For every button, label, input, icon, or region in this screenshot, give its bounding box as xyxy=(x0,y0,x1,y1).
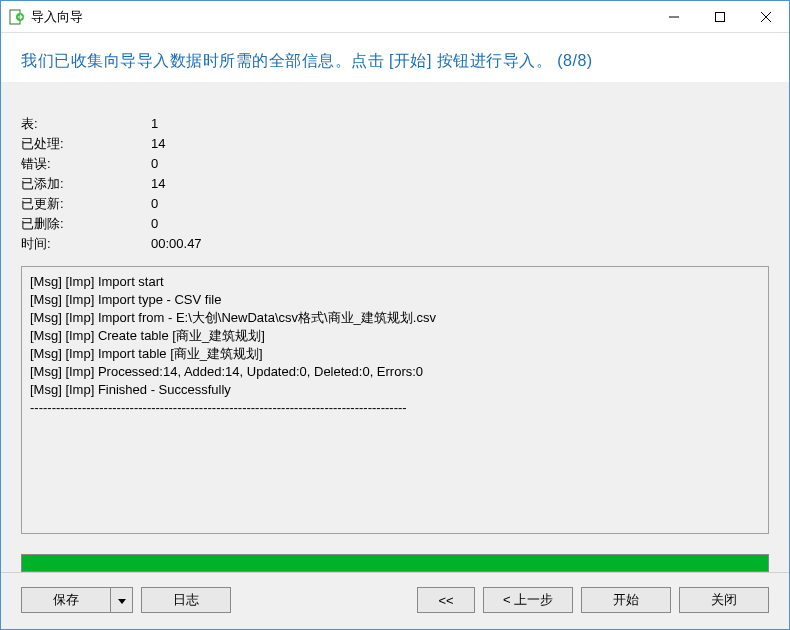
log-output[interactable]: [Msg] [Imp] Import start [Msg] [Imp] Imp… xyxy=(21,266,769,534)
window-controls xyxy=(651,1,789,32)
start-button[interactable]: 开始 xyxy=(581,587,671,613)
content-area: 我们已收集向导导入数据时所需的全部信息。点击 [开始] 按钮进行导入。 (8/8… xyxy=(1,33,789,629)
stat-label: 已删除: xyxy=(21,214,151,234)
progress-bar xyxy=(21,554,769,572)
stat-label: 表: xyxy=(21,114,151,134)
stats-grid: 表: 1 已处理: 14 错误: 0 已添加: 14 已更新: 0 xyxy=(21,114,769,254)
stat-value: 0 xyxy=(151,214,158,234)
stat-label: 错误: xyxy=(21,154,151,174)
stat-value: 0 xyxy=(151,194,158,214)
footer-buttons: 保存 日志 << < 上一步 下一步 > >> 开始 关闭 xyxy=(1,572,789,629)
import-wizard-window: 导入向导 我们已收集向导导入数据时所需的全部信息。点击 [开始] 按钮进行导入。… xyxy=(0,0,790,630)
save-dropdown-button[interactable] xyxy=(111,587,133,613)
titlebar: 导入向导 xyxy=(1,1,789,33)
header-section: 我们已收集向导导入数据时所需的全部信息。点击 [开始] 按钮进行导入。 (8/8… xyxy=(1,33,789,82)
stat-row-deleted: 已删除: 0 xyxy=(21,214,769,234)
stat-value: 14 xyxy=(151,174,165,194)
chevron-down-icon xyxy=(118,593,126,608)
minimize-button[interactable] xyxy=(651,1,697,32)
stat-label: 已处理: xyxy=(21,134,151,154)
stat-row-processed: 已处理: 14 xyxy=(21,134,769,154)
stat-row-time: 时间: 00:00.47 xyxy=(21,234,769,254)
prev-button[interactable]: < 上一步 xyxy=(483,587,573,613)
first-button[interactable]: << xyxy=(417,587,475,613)
stat-value: 0 xyxy=(151,154,158,174)
log-button[interactable]: 日志 xyxy=(141,587,231,613)
wizard-heading: 我们已收集向导导入数据时所需的全部信息。点击 [开始] 按钮进行导入。 (8/8… xyxy=(21,51,769,72)
maximize-button[interactable] xyxy=(697,1,743,32)
stat-label: 已更新: xyxy=(21,194,151,214)
close-wizard-button[interactable]: 关闭 xyxy=(679,587,769,613)
window-title: 导入向导 xyxy=(31,8,651,26)
stat-row-added: 已添加: 14 xyxy=(21,174,769,194)
stat-value: 00:00.47 xyxy=(151,234,202,254)
stat-value: 1 xyxy=(151,114,158,134)
stat-label: 已添加: xyxy=(21,174,151,194)
close-button[interactable] xyxy=(743,1,789,32)
app-icon xyxy=(9,9,25,25)
stat-value: 14 xyxy=(151,134,165,154)
stat-label: 时间: xyxy=(21,234,151,254)
stat-row-updated: 已更新: 0 xyxy=(21,194,769,214)
body-section: 表: 1 已处理: 14 错误: 0 已添加: 14 已更新: 0 xyxy=(1,82,789,544)
save-button[interactable]: 保存 xyxy=(21,587,111,613)
stat-row-errors: 错误: 0 xyxy=(21,154,769,174)
svg-rect-3 xyxy=(716,12,725,21)
stat-row-tables: 表: 1 xyxy=(21,114,769,134)
save-button-group: 保存 xyxy=(21,587,133,613)
